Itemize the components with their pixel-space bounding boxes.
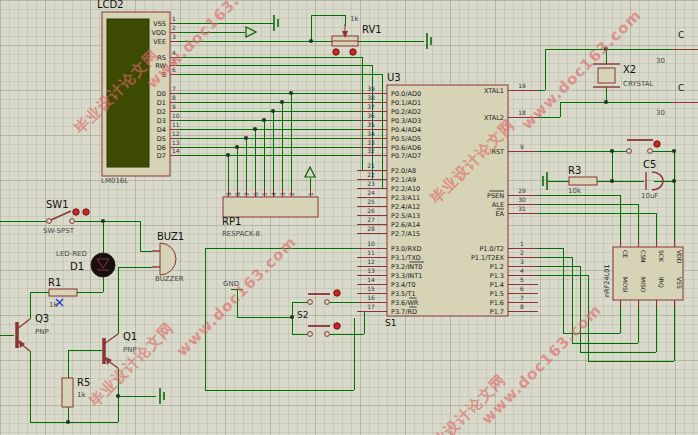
rp1-pin-number: 8 xyxy=(234,192,241,196)
junction-dot xyxy=(101,219,105,223)
nrf-pin-label: VDD xyxy=(676,250,683,264)
d1-part-label: LED-RED xyxy=(56,250,87,258)
r1-value-label: 1k xyxy=(49,301,58,309)
junction-dot xyxy=(289,91,293,95)
u3-pin-label: P2.0/A8 xyxy=(391,167,416,175)
resistor-r3[interactable] xyxy=(569,177,597,185)
lcd-pin-number: 14 xyxy=(172,147,180,154)
u3-pin-number: 17 xyxy=(367,303,375,310)
nrf-pin-label: MISO xyxy=(640,277,647,293)
resistor-r1[interactable] xyxy=(49,289,77,296)
rv1-ref-label: RV1 xyxy=(362,24,382,35)
buz1-part-label: BUZZER xyxy=(155,275,184,283)
u3-pin-number: 9 xyxy=(520,143,524,150)
u3-pin-label: XTAL1 xyxy=(484,87,504,95)
u3-pin-label: P1.3 xyxy=(490,272,504,280)
push-button-reset[interactable] xyxy=(627,140,653,153)
junction-dot xyxy=(672,149,676,153)
junction-dot xyxy=(290,315,294,319)
u3-pin-number: 4 xyxy=(520,267,524,274)
nrf-pin-label: SCK xyxy=(658,250,665,263)
rp1-pin-number: 1 xyxy=(307,192,314,196)
u3-pin-number: 25 xyxy=(367,198,375,205)
junction-dot xyxy=(610,149,614,153)
potentiometer-rv1[interactable] xyxy=(332,24,358,46)
u3-pin-label: P2.6/A14 xyxy=(391,221,420,229)
u3-pin-label: P1.1/T2EX xyxy=(471,254,505,262)
lcd-pin-number: 10 xyxy=(172,112,180,119)
actuator-dot[interactable] xyxy=(334,323,340,329)
actuator-dot[interactable] xyxy=(73,209,79,215)
transistor-q3[interactable] xyxy=(17,319,30,351)
u3-pin-number: 31 xyxy=(518,205,526,212)
watermark-text: www.doc163.com xyxy=(173,233,300,360)
lcd-pin-number: 12 xyxy=(172,130,180,137)
u3-pin-number: 19 xyxy=(518,82,526,89)
q3-ref-label: Q3 xyxy=(35,313,49,324)
rp1-pin-number: 9 xyxy=(225,192,232,196)
nrf-pin-label: CSN xyxy=(640,250,647,263)
junction-dot xyxy=(610,179,614,183)
u3-pin-number: 39 xyxy=(367,85,375,92)
u3-pin-number: 38 xyxy=(367,94,375,101)
resistor-r5[interactable] xyxy=(62,378,73,407)
u3-pin-label: P3.0/RXD xyxy=(391,245,421,253)
switch-sw1[interactable] xyxy=(47,211,75,223)
sw1-part-label: SW-SPST xyxy=(43,227,75,235)
lcd-pin-number: 3 xyxy=(172,33,176,40)
u3-pin-label: P0.6/AD6 xyxy=(391,144,421,152)
u3-pin-label: P0.1/AD1 xyxy=(391,99,421,107)
u3-pin-label: P0.0/AD0 xyxy=(391,90,421,98)
cap2-ref-label: C xyxy=(678,83,684,93)
lcd-pin-label: D0 xyxy=(157,90,166,98)
junction-dot xyxy=(116,394,120,398)
lcd-pin-number: 11 xyxy=(172,121,180,128)
lcd-pin-label: VSS xyxy=(153,20,166,28)
actuator-dot[interactable] xyxy=(350,49,356,55)
u3-pin-number: 13 xyxy=(367,267,375,274)
junction-dot xyxy=(309,39,313,43)
lcd-ref-label: LCD2 xyxy=(97,0,124,10)
nrf-pin-label: VSS xyxy=(676,277,683,289)
junction-dot xyxy=(253,127,257,131)
u3-pin-number: 21 xyxy=(367,162,375,169)
u3-pin-label: P1.2 xyxy=(490,263,504,271)
power-terminal-rp1[interactable] xyxy=(305,167,315,177)
u3-pin-number: 24 xyxy=(367,189,375,196)
u3-pin-number: 37 xyxy=(367,103,375,110)
rp1-pin-number: 7 xyxy=(243,192,250,196)
ground-terminal-r3[interactable] xyxy=(543,172,547,190)
junction-dot xyxy=(271,109,275,113)
push-button-s2[interactable] xyxy=(308,326,330,336)
u3-pin-number: 1 xyxy=(520,240,524,247)
power-terminal-vss[interactable] xyxy=(274,15,278,31)
u3-pin-number: 30 xyxy=(518,196,526,203)
sw1-ref-label: SW1 xyxy=(46,199,69,210)
actuator-dot[interactable] xyxy=(334,290,340,296)
u3-pin-number: 22 xyxy=(367,171,375,178)
nrf-pin-label: CE xyxy=(622,250,629,258)
u3-pin-label: P2.3/A11 xyxy=(391,194,420,202)
resistor-pack-rp1[interactable] xyxy=(223,197,318,217)
nrf-pin-label: MOSI xyxy=(622,277,629,293)
u3-pin-number: 11 xyxy=(367,249,375,256)
u3-ref-label: U3 xyxy=(387,72,401,83)
power-terminal-vdd[interactable] xyxy=(246,27,256,37)
push-button-s1[interactable] xyxy=(308,294,330,304)
actuator-dot[interactable] xyxy=(654,141,660,147)
lcd-pin-number: 7 xyxy=(172,85,176,92)
rp1-pin-number: 6 xyxy=(252,192,259,196)
actuator-dot[interactable] xyxy=(83,209,89,215)
ground-terminal-q1[interactable] xyxy=(160,388,164,404)
crystal-x2[interactable] xyxy=(593,64,620,87)
transistor-q1[interactable] xyxy=(104,334,118,368)
ground-terminal-rv1[interactable] xyxy=(427,33,431,49)
buzzer-buz1[interactable] xyxy=(152,243,176,275)
led-d1[interactable] xyxy=(91,253,115,277)
u3-pin-label: EA xyxy=(495,210,504,218)
u3-pin-label: ALE xyxy=(492,201,504,209)
x2-ref-label: X2 xyxy=(623,64,636,75)
u3-pin-number: 3 xyxy=(520,258,524,265)
actuator-dot[interactable] xyxy=(333,49,339,55)
junction-dot xyxy=(262,118,266,122)
